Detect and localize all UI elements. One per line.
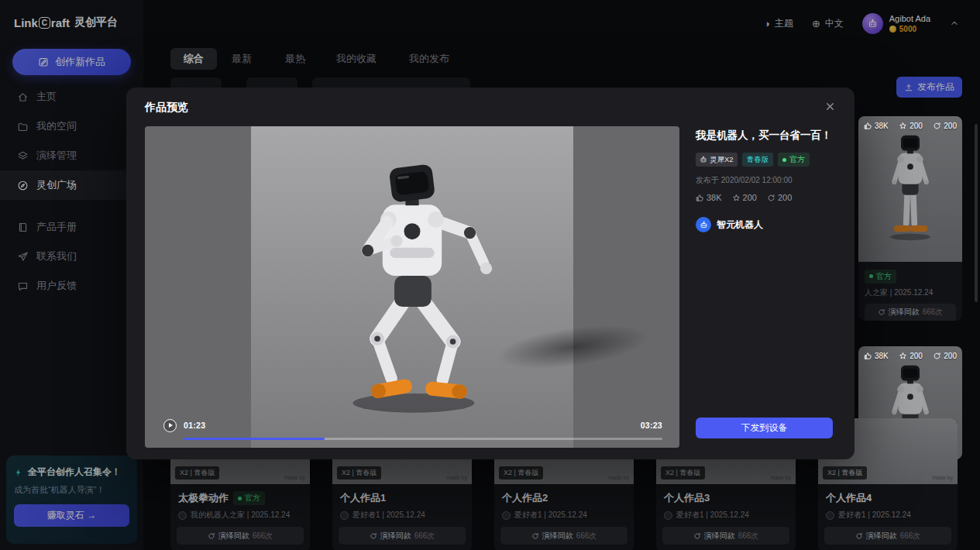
likes-stat: 38K (864, 352, 889, 360)
likes-stat: 38K (864, 122, 889, 130)
robot-video-image (297, 159, 527, 425)
modal-title: 作品预览 (145, 101, 188, 115)
video-player[interactable]: 01:23 03:23 (145, 126, 679, 448)
thumbs-up-icon (864, 122, 872, 130)
work-preview-modal: 作品预览 01:23 03:23 我是机器人，买一台省一百！ 灵犀X2 (126, 88, 854, 459)
total-time: 03:23 (641, 421, 662, 430)
robot-head-icon (700, 221, 708, 229)
robot-head-icon (700, 156, 707, 163)
edition-badge: 青春版 (742, 153, 774, 167)
cycle-icon (933, 122, 941, 130)
publish-date: 发布于 2020/02/02 12:00:00 (696, 175, 833, 186)
model-badge: 灵犀X2 (696, 153, 738, 167)
author-name: 智元机器人 (717, 218, 763, 232)
work-stats: 38K 200 200 (696, 193, 833, 202)
author-row[interactable]: 智元机器人 (696, 217, 833, 232)
progress-bar[interactable] (184, 438, 662, 441)
video-frame (251, 126, 573, 448)
green-dot-icon (782, 158, 786, 162)
send-to-device-button[interactable]: 下发到设备 (696, 418, 833, 438)
progress-fill (184, 438, 325, 441)
official-badge: 官方 (778, 153, 810, 167)
author-avatar (696, 217, 711, 232)
video-time-row: 01:23 03:23 (163, 419, 662, 432)
play-icon (169, 423, 173, 428)
thumbs-up-icon (696, 194, 704, 202)
thumbs-up-icon (864, 352, 872, 360)
video-controls: 01:23 03:23 (163, 419, 662, 441)
star-icon (732, 194, 741, 202)
work-title: 我是机器人，买一台省一百！ (696, 129, 833, 143)
close-icon[interactable] (824, 101, 836, 112)
star-icon (899, 122, 907, 130)
card-stats: 38K 200 200 (864, 352, 957, 360)
plays-stat: 200 (933, 122, 957, 130)
cycle-icon (933, 352, 941, 360)
work-info-panel: 我是机器人，买一台省一百！ 灵犀X2 青春版 官方 发布于 2020/02/02… (696, 126, 833, 448)
stars-stat: 200 (899, 122, 923, 130)
play-button[interactable] (163, 419, 177, 432)
cycle-icon (767, 194, 775, 202)
badge-row: 灵犀X2 青春版 官方 (696, 153, 833, 167)
plays-stat: 200 (767, 193, 792, 202)
stars-stat: 200 (732, 193, 757, 202)
plays-stat: 200 (933, 352, 957, 360)
stars-stat: 200 (899, 352, 923, 360)
likes-stat: 38K (696, 193, 722, 202)
current-time: 01:23 (184, 421, 205, 430)
app-root: LinkCraft 灵创平台 创作新作品 主页 我的空间 演绎管理 灵创广场 产… (0, 0, 980, 550)
star-icon (899, 352, 907, 360)
card-stats: 38K 200 200 (864, 122, 957, 130)
